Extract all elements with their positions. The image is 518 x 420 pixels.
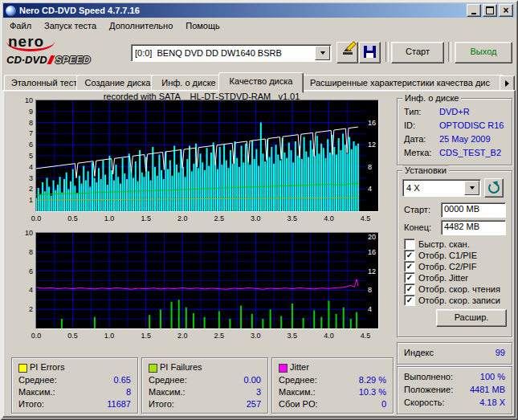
tab-disc-quality[interactable]: Качество диска [218,72,304,93]
y-tick-label: 7 [17,129,33,137]
drive-selector[interactable]: [0:0] BENQ DVD DD DW1640 BSRB [131,44,332,62]
pi-failures-color-swatch [149,364,157,373]
tab-benchmark[interactable]: Эталонный тест [4,75,84,92]
checkbox-show-c2-pif[interactable]: ✓Отобр. C2/PIF [404,261,476,271]
svg-text:12: 12 [368,267,376,275]
start-button[interactable]: Старт [391,42,444,63]
disc-info-title: Инф. о диске [402,93,461,103]
checkbox-show-jitter[interactable]: ✓Отобр. Jitter [404,272,468,283]
speed-select-dropdown-button[interactable] [464,181,479,195]
avg-value: 0.00 [244,375,261,385]
refresh-button[interactable] [484,178,504,198]
disc-date-label: Дата: [404,134,426,144]
y-tick-label: 9 [17,108,33,116]
eject-icon-bar [343,52,353,55]
disc-type-label: Тип: [404,107,421,116]
progress-value: 100 % [480,372,505,381]
x-tick-label: 0.0 [31,332,42,340]
checkbox-label: Отобр. скор. чтения [418,284,500,294]
checkbox-box[interactable]: ✓ [404,272,415,283]
checkbox-box[interactable]: ✓ [404,295,415,306]
disc-label-value: CDS_TEST_B2 [439,148,501,157]
app-icon [6,6,16,16]
refresh-icon [488,182,500,194]
menu-extra[interactable]: Дополнительно [103,19,179,32]
toolbar-separator [385,42,389,62]
disc-label-label: Метка: [404,148,431,157]
checkbox-label: Отобр. C1/PIE [418,251,477,260]
max-value: 10.3 % [359,387,386,397]
checkbox-box[interactable]: ✓ [404,261,415,272]
y-tick-label: 5 [17,152,33,160]
svg-text:8: 8 [368,286,372,294]
x-tick-label: 2.0 [177,332,188,340]
drive-selector-dropdown-button[interactable] [315,46,330,60]
jitter-graph: 20161284 [35,232,379,329]
checkbox-show-c1-pie[interactable]: ✓Отобр. C1/PIE [404,250,477,260]
checkbox-label: Отобр. C2/PIF [418,262,476,271]
tab-create-disc[interactable]: Создание диска [76,75,159,92]
lightning-icon [47,55,55,64]
jitter-title: Jitter [290,362,309,372]
svg-text:4: 4 [368,305,372,313]
cdspeed-logo-cd: CD·DVD [6,54,47,66]
drive-selector-value: [0:0] BENQ DVD DD DW1640 BSRB [132,48,315,58]
x-tick-label: 4.5 [361,332,371,340]
checkbox-fast-scan[interactable]: Быстр. скан. [404,239,470,249]
menu-run-test[interactable]: Запуск теста [38,19,103,32]
x-tick-label: 0.5 [67,332,78,340]
max-value: 8 [126,387,131,397]
menu-bar: Файл Запуск теста Дополнительно Помощь [3,18,515,33]
x-tick-label: 1.5 [141,214,151,222]
menu-file[interactable]: Файл [3,19,38,32]
menu-help[interactable]: Помощь [179,19,226,32]
close-button[interactable]: × [499,4,513,17]
x-tick-label: 4.0 [324,214,334,222]
total-value: 11687 [107,399,131,409]
svg-text:12: 12 [368,141,376,149]
save-button[interactable] [359,42,381,63]
start-position-input[interactable]: 0000 MB [441,202,506,218]
pi-failures-title: PI Failures [160,362,202,372]
eject-button[interactable] [336,42,358,63]
y-tick-label: 3 [17,174,33,182]
tab-scroll-right-button[interactable] [500,75,515,92]
checkbox-box[interactable]: ✓ [404,283,415,295]
speed-select[interactable]: 4 X [402,179,481,197]
nero-logo: nero [8,33,44,51]
maximize-button[interactable] [483,4,497,17]
avg-label: Среднее: [18,375,57,385]
disc-id-label: ID: [404,120,415,130]
tab-advanced-quality[interactable]: Расширенные характеристики качества дис [296,75,504,92]
cdspeed-logo: CD·DVDSPEED [6,54,91,66]
advanced-button[interactable]: Расшир. [436,309,507,327]
checkbox-show-read-speed[interactable]: ✓Отобр. скор. чтения [404,283,500,294]
y-tick-label: 10 [17,96,33,104]
y-tick-label: 10 [17,229,33,237]
maximize-icon [486,6,494,14]
jitter-color-swatch [279,364,288,373]
end-position-input[interactable]: 4482 MB [441,220,506,235]
minimize-button[interactable] [467,4,481,17]
y-tick-label: 4 [17,163,33,171]
checkbox-show-write-speed[interactable]: ✓Отобр. скор. записи [404,295,500,305]
checkbox-box[interactable] [404,239,415,250]
y-tick-label: 2 [17,305,33,313]
x-tick-label: 3.5 [288,332,298,340]
po-failures-value: 0 [381,399,386,409]
index-group: Индекс99 [397,342,512,365]
checkbox-label: Отобр. скор. записи [418,296,500,305]
checkbox-box[interactable]: ✓ [404,250,415,261]
x-tick-label: 2.0 [177,214,188,222]
speed-value: 4.18 X [479,398,505,407]
avg-label: Среднее: [279,375,317,385]
x-tick-label: 1.5 [141,332,151,340]
title-bar[interactable]: Nero CD-DVD Speed 4.7.7.16 × [3,3,515,18]
disc-date-value: 25 May 2009 [439,134,491,144]
y-tick-label: 8 [17,248,33,256]
pi-failures-panel: PI Failures Среднее:0.00 Максим.:3 Итого… [141,357,268,414]
status-group: Выполнено:100 % Положение:4481 MB Скорос… [397,366,512,414]
pi-errors-panel: PI Errors Среднее:0.65 Максим.:8 Итого:1… [11,357,138,414]
exit-button[interactable]: Выход [455,42,512,63]
tab-disc-info[interactable]: Инф. о диске [151,75,226,92]
